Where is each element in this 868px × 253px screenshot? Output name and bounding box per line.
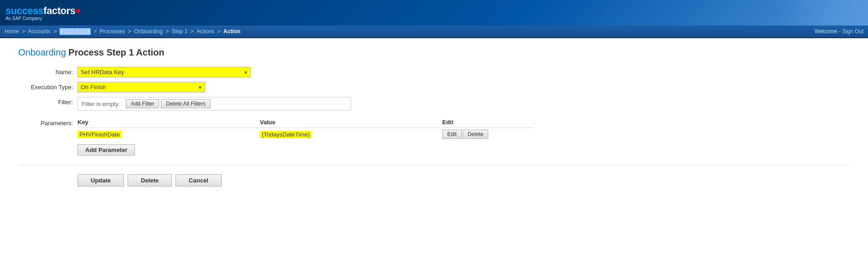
sign-out-link[interactable]: Sign Out (842, 28, 863, 35)
param-edit-button[interactable]: Edit (442, 130, 462, 139)
sep6: > (191, 28, 195, 35)
logo-text: successfactors♥ (5, 5, 81, 17)
param-value-cell: {TodaysDateTime} (260, 128, 442, 141)
logo-sap: An SAP Company (5, 16, 42, 21)
exec-select-wrapper: On Finish ▼ (78, 82, 205, 92)
nav-right: Welcome - Sign Out (815, 28, 863, 35)
delete-all-filters-button[interactable]: Delete All Filters (161, 99, 211, 108)
breadcrumb: Home > Accounts > ████████ > Processes >… (5, 28, 240, 35)
parameters-row: Parameters: Key Value Edit PHVFinishDate… (18, 117, 850, 156)
sep4: > (128, 28, 133, 35)
navbar: Home > Accounts > ████████ > Processes >… (0, 25, 868, 38)
params-col-key: Key (78, 117, 260, 128)
execution-type-label: Execution Type: (18, 82, 78, 91)
sep3: > (93, 28, 98, 35)
params-col-edit: Edit (442, 117, 533, 128)
title-onboarding: Onboarding (18, 47, 66, 57)
name-select[interactable]: Set HRData Key (78, 67, 251, 77)
update-button[interactable]: Update (78, 174, 124, 187)
action-buttons: Update Delete Cancel (18, 174, 850, 187)
logo-success: success (5, 5, 43, 16)
add-parameter-wrapper: Add Parameter (78, 141, 850, 156)
main-content: Onboarding Process Step 1 Action Name: S… (0, 38, 868, 196)
parameters-table: Key Value Edit PHVFinishDate{TodaysDateT… (78, 117, 533, 141)
sep5: > (165, 28, 170, 35)
breadcrumb-current: Action (223, 28, 240, 35)
welcome-label: Welcome (815, 28, 837, 35)
delete-button[interactable]: Delete (128, 174, 172, 187)
breadcrumb-step1[interactable]: Step 1 (172, 28, 188, 35)
param-edit-cell: EditDelete (442, 128, 533, 141)
add-filter-button[interactable]: Add Filter (126, 99, 159, 108)
breadcrumb-accounts[interactable]: Accounts (28, 28, 51, 35)
table-row: PHVFinishDate{TodaysDateTime}EditDelete (78, 128, 533, 141)
title-rest: Process Step 1 Action (68, 47, 164, 57)
param-key: PHVFinishDate (78, 131, 122, 138)
execution-type-field: On Finish ▼ (78, 82, 850, 92)
divider (18, 165, 850, 165)
sep2: > (53, 28, 58, 35)
parameters-field: Key Value Edit PHVFinishDate{TodaysDateT… (78, 117, 850, 156)
filter-empty-text: Filter is empty (82, 101, 119, 107)
sep1: > (22, 28, 26, 35)
filter-field: Filter is empty Add Filter Delete All Fi… (78, 97, 850, 111)
logo: successfactors♥ An SAP Company (5, 5, 81, 21)
name-row: Name: Set HRData Key ▼ (18, 67, 850, 77)
logo-heart: ♥ (75, 6, 80, 16)
param-value: {TodaysDateTime} (260, 131, 312, 138)
param-key-cell: PHVFinishDate (78, 128, 260, 141)
param-delete-button[interactable]: Delete (463, 130, 489, 139)
logo-factors: factors (43, 5, 75, 16)
execution-type-row: Execution Type: On Finish ▼ (18, 82, 850, 92)
breadcrumb-account-name[interactable]: ████████ (60, 28, 91, 35)
page-title: Onboarding Process Step 1 Action (18, 47, 850, 58)
sep7: > (217, 28, 222, 35)
breadcrumb-processes[interactable]: Processes (99, 28, 125, 35)
filter-row: Filter: Filter is empty Add Filter Delet… (18, 97, 850, 111)
params-col-value: Value (260, 117, 442, 128)
name-field: Set HRData Key ▼ (78, 67, 850, 77)
params-header-row: Key Value Edit (78, 117, 533, 128)
cancel-button[interactable]: Cancel (176, 174, 222, 187)
header-decoration (777, 0, 868, 25)
breadcrumb-actions[interactable]: Actions (196, 28, 214, 35)
breadcrumb-home[interactable]: Home (5, 28, 19, 35)
breadcrumb-onboarding[interactable]: Onboarding (134, 28, 163, 35)
parameters-label: Parameters: (18, 117, 78, 126)
add-parameter-button[interactable]: Add Parameter (78, 144, 135, 156)
name-select-wrapper: Set HRData Key ▼ (78, 67, 251, 77)
name-label: Name: (18, 67, 78, 76)
execution-type-select[interactable]: On Finish (78, 82, 205, 92)
filter-label: Filter: (18, 97, 78, 106)
filter-box: Filter is empty Add Filter Delete All Fi… (78, 97, 351, 111)
header: successfactors♥ An SAP Company (0, 0, 868, 25)
